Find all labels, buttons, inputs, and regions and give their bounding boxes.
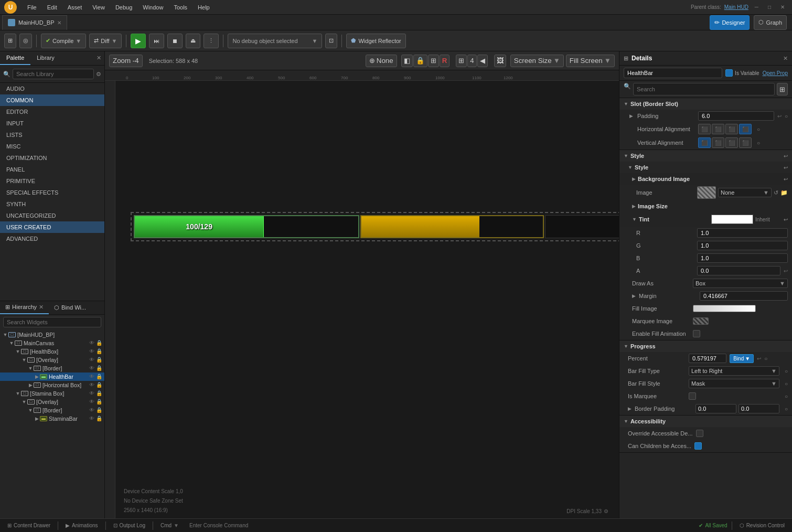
category-uncategorized[interactable]: UNCATEGORIZED — [0, 210, 104, 221]
hierarchy-tab[interactable]: ⊞ Hierarchy ✕ — [0, 301, 49, 314]
border-padding-y-input[interactable] — [739, 404, 779, 413]
content-drawer-button[interactable]: ⊞ Content Drawer — [4, 522, 53, 529]
play-button[interactable]: ▶ — [131, 34, 146, 48]
output-log-button[interactable]: ⊡ Output Log — [110, 522, 148, 529]
window-maximize[interactable]: □ — [765, 3, 774, 11]
tint-preview[interactable] — [711, 215, 753, 224]
hierarchy-search-input[interactable] — [3, 317, 101, 327]
a-reset-icon[interactable]: ↩ — [784, 268, 788, 274]
style-reset-icon[interactable]: ↩ — [784, 153, 788, 159]
designer-button[interactable]: ✏ Designer — [710, 15, 750, 30]
expand-icon[interactable]: ▼ — [8, 341, 15, 346]
category-synth[interactable]: SYNTH — [0, 198, 104, 210]
step-forward-button[interactable]: ⏭ — [149, 34, 164, 48]
margin-input[interactable] — [700, 291, 788, 301]
category-optimization[interactable]: OPTIMIZATION — [0, 152, 104, 164]
category-editor[interactable]: EDITOR — [0, 106, 104, 118]
layout-toggle-button[interactable]: ⊞ — [777, 83, 788, 95]
tree-item-overlay[interactable]: ▼ □ [Overlay] 👁 🔒 — [0, 356, 104, 364]
debug-filter-button[interactable]: ⊡ — [325, 34, 337, 48]
tree-item-overlay2[interactable]: ▼ □ [Overlay] 👁 🔒 — [0, 398, 104, 406]
graph-button[interactable]: ⬡ Graph — [754, 15, 787, 30]
compile-button[interactable]: ✔ Compile ▼ — [41, 34, 86, 48]
tree-item-hbox[interactable]: ▶ □ [Horizontal Box] 👁 🔒 — [0, 381, 104, 389]
animations-button[interactable]: ▶ Animations — [62, 522, 101, 529]
percent-input[interactable] — [689, 354, 726, 363]
arrow-left-button[interactable]: ◀ — [477, 55, 488, 67]
debug-object-dropdown[interactable]: No debug object selected ▼ — [228, 34, 322, 48]
can-children-checkbox[interactable] — [694, 442, 702, 450]
tree-item-staminabox[interactable]: ▼ □ [Stamina Box] 👁 🔒 — [0, 389, 104, 398]
margin-expand[interactable]: ▶ — [632, 293, 636, 299]
marquee-image-preview[interactable] — [693, 317, 709, 325]
expand-icon[interactable]: ▼ — [27, 366, 34, 371]
is-variable-checkbox[interactable] — [725, 69, 733, 77]
menu-debug[interactable]: Debug — [111, 3, 136, 12]
menu-view[interactable]: View — [88, 3, 109, 12]
expand-icon[interactable]: ▼ — [21, 357, 27, 363]
screen-size-button[interactable]: Screen Size ▼ — [510, 55, 564, 67]
tree-item-border[interactable]: ▼ □ [Border] 👁 🔒 — [0, 364, 104, 373]
override-accessible-checkbox[interactable] — [696, 430, 703, 437]
image-size-header[interactable]: ▶ Image Size — [619, 200, 792, 212]
g-input[interactable] — [697, 241, 788, 250]
category-common[interactable]: COMMON — [0, 94, 104, 106]
rotate-button[interactable]: R — [440, 55, 450, 67]
padding-expand[interactable]: ▶ — [628, 113, 634, 119]
is-marquee-checkbox[interactable] — [689, 392, 696, 400]
v-align-center-button[interactable]: ⬛ — [712, 137, 724, 148]
align-left-button[interactable]: ◧ — [401, 55, 413, 67]
b-input[interactable] — [697, 253, 788, 263]
window-minimize[interactable]: ─ — [752, 3, 762, 11]
category-special-effects[interactable]: SPECIAL EFFECTS — [0, 187, 104, 198]
widget-reflector-button[interactable]: ⬟ Widget Reflector — [346, 34, 405, 48]
tree-item-healthbar[interactable]: ▶ ▬ HealthBar 👁 🔒 — [0, 373, 104, 381]
expand-icon[interactable]: ▼ — [15, 391, 21, 396]
details-search-input[interactable] — [633, 83, 775, 95]
image-folder-icon[interactable]: 📁 — [780, 189, 788, 196]
v-align-bottom-button[interactable]: ⬛ — [725, 137, 738, 148]
expand-icon[interactable]: ▶ — [34, 416, 40, 421]
slot-section-header[interactable]: ▼ Slot (Border Slot) — [619, 98, 792, 110]
bar-fill-type-dropdown[interactable]: Left to Right ▼ — [689, 366, 779, 376]
category-user-created[interactable]: USER CREATED — [0, 221, 104, 233]
category-audio[interactable]: AUDIO — [0, 83, 104, 94]
expand-icon[interactable]: ▼ — [21, 399, 27, 405]
category-misc[interactable]: MISC — [0, 141, 104, 152]
align-center-button[interactable]: ⊞ — [428, 55, 439, 67]
health-bar-widget[interactable]: 100/129 — [134, 215, 359, 238]
category-advanced[interactable]: ADVANCED — [0, 233, 104, 244]
tree-item-maincanvas[interactable]: ▼ □ MainCanvas 👁 🔒 — [0, 339, 104, 347]
style-sub-header[interactable]: ▼ Style ↩ — [619, 162, 792, 173]
bg-image-header[interactable]: ▶ Background Image ↩ — [619, 173, 792, 185]
revision-control-button[interactable]: ⬡ Revision Control — [736, 522, 788, 529]
library-tab[interactable]: Library — [30, 51, 61, 65]
bind-widgets-tab[interactable]: ⬡ Bind Wi... — [49, 301, 91, 314]
stop-button[interactable]: ⏹ — [167, 34, 183, 48]
cmd-button[interactable]: Cmd ▼ — [157, 522, 182, 529]
camera-button[interactable]: ◎ — [19, 34, 32, 48]
diff-button[interactable]: ⇄ Diff ▼ — [89, 34, 122, 48]
settings-icon[interactable]: ⚙ — [96, 71, 101, 78]
v-align-top-button[interactable]: ⬛ — [698, 137, 711, 148]
h-align-right-button[interactable]: ⬛ — [725, 124, 738, 134]
parent-class-link[interactable]: Main HUD — [724, 4, 748, 10]
console-input[interactable] — [186, 522, 344, 529]
border-padding-expand[interactable]: ▶ — [628, 406, 632, 411]
expand-icon[interactable]: ▶ — [27, 382, 34, 388]
more-button[interactable]: ⋮ — [204, 34, 219, 48]
panel-close-button[interactable]: ✕ — [93, 51, 104, 65]
none-button[interactable]: ⊕ None — [366, 55, 397, 67]
h-align-center-button[interactable]: ⬛ — [712, 124, 724, 134]
zoom-display[interactable]: Zoom -4 — [109, 55, 143, 67]
a-input[interactable] — [697, 266, 780, 275]
widget-name-input[interactable] — [624, 68, 722, 78]
style-section-header[interactable]: ▼ Style ↩ — [619, 150, 792, 162]
hierarchy-close-icon[interactable]: ✕ — [39, 304, 44, 311]
progress-section-header[interactable]: ▼ Progress — [619, 341, 792, 352]
main-tab[interactable]: MainHUD_BP ✕ — [2, 15, 67, 30]
fill-image-preview[interactable] — [693, 305, 756, 312]
expand-icon[interactable]: ▼ — [27, 408, 34, 413]
image-button[interactable]: 🖼 — [494, 55, 506, 67]
category-input[interactable]: INPUT — [0, 118, 104, 129]
